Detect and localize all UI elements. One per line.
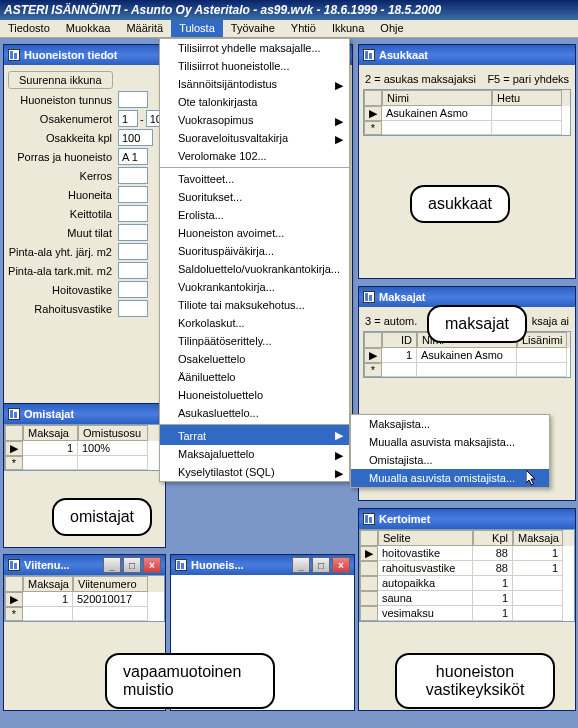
suurenna-button[interactable]: Suurenna ikkuna (8, 71, 113, 89)
input-hoito[interactable] (118, 281, 148, 298)
input-keittotila[interactable] (118, 205, 148, 222)
minimize-button[interactable]: _ (103, 557, 121, 573)
menu-item[interactable]: Asukasluettelo... (160, 404, 349, 422)
menu-yhtio[interactable]: Yhtiö (283, 20, 324, 37)
legend-f5: F5 = pari yhdeks (487, 73, 569, 85)
menu-item[interactable]: Suorituspäiväkirja... (160, 242, 349, 260)
menu-item[interactable]: Suoraveloitusvaltakirja▶ (160, 129, 349, 147)
input-pay[interactable] (118, 243, 148, 260)
label-kerros: Kerros (8, 170, 118, 182)
submenu-item[interactable]: Maksajista... (351, 415, 549, 433)
app-icon (8, 559, 20, 571)
menu-item[interactable]: Maksajaluettelo▶ (160, 445, 349, 463)
callout-muistio: vapaamuotoinen muistio (105, 653, 275, 709)
minimize-button[interactable]: _ (292, 557, 310, 573)
label-huoneita: Huoneita (8, 189, 118, 201)
callout-maksajat: maksajat (427, 305, 527, 343)
app-icon (363, 513, 375, 525)
callout-asukkaat: asukkaat (410, 185, 510, 223)
menu-ikkuna[interactable]: Ikkuna (324, 20, 372, 37)
maximize-button[interactable]: □ (123, 557, 141, 573)
app-titlebar: ASTERI ISÄNNÖINTI - Asunto Oy Asteritalo… (0, 0, 578, 20)
app-icon (175, 559, 187, 571)
grid-viitenu[interactable]: MaksajaViitenumero ▶1520010017 * (4, 575, 165, 622)
mdi-area: Huoneiston tiedot Suurenna ikkuna Huonei… (0, 38, 578, 728)
label-kpl: Osakkeita kpl (8, 132, 118, 144)
label-osake: Osakenumerot (8, 113, 118, 125)
label-pat: Pinta-ala tark.mit. m2 (8, 265, 118, 277)
menu-item[interactable]: Tarrat▶ (160, 424, 349, 445)
legend-right: ksaja ai (532, 315, 569, 327)
input-kpl[interactable] (118, 129, 153, 146)
menu-item[interactable]: Vuokrankantokirja... (160, 278, 349, 296)
menu-item[interactable]: Tilisiirrot yhdelle maksajalle... (160, 39, 349, 57)
input-osake-from[interactable] (118, 110, 138, 127)
input-rahoitus[interactable] (118, 300, 148, 317)
menu-item[interactable]: Tiliote tai maksukehotus... (160, 296, 349, 314)
close-button[interactable]: × (143, 557, 161, 573)
menu-tiedosto[interactable]: Tiedosto (0, 20, 58, 37)
grid-omistajat[interactable]: MaksajaOmistusosu ▶1100% * (4, 424, 165, 471)
grid-asukkaat[interactable]: NimiHetu ▶Asukainen Asmo * (363, 89, 571, 136)
menu-item[interactable]: Ote talonkirjasta (160, 93, 349, 111)
maximize-button[interactable]: □ (312, 557, 330, 573)
label-porras: Porras ja huoneisto (8, 151, 118, 163)
input-porras[interactable] (118, 148, 148, 165)
app-icon (363, 291, 375, 303)
label-keittotila: Keittotila (8, 208, 118, 220)
menu-item[interactable]: Suoritukset... (160, 188, 349, 206)
window-title: Maksajat (379, 291, 571, 303)
callout-vastike: huoneiston vastikeyksiköt (395, 653, 555, 709)
dropdown-tulosta: Tilisiirrot yhdelle maksajalle...Tilisii… (159, 38, 350, 482)
window-title: Viitenu... (24, 559, 103, 571)
menu-item[interactable]: Isännöitsijäntodistus▶ (160, 75, 349, 93)
window-title: Kertoimet (379, 513, 571, 525)
input-muut[interactable] (118, 224, 148, 241)
submenu-tarrat: Maksajista...Muualla asuvista maksajista… (350, 414, 550, 488)
menu-item[interactable]: Huoneiston avoimet... (160, 224, 349, 242)
menu-item[interactable]: Saldoluettelo/vuokrankantokirja... (160, 260, 349, 278)
close-button[interactable]: × (332, 557, 350, 573)
label-tunnus: Huoneiston tunnus (8, 94, 118, 106)
menu-item[interactable]: Huoneistoluettelo (160, 386, 349, 404)
input-kerros[interactable] (118, 167, 148, 184)
submenu-item[interactable]: Muualla asuvista maksajista... (351, 433, 549, 451)
menu-tyovaihe[interactable]: Työvaihe (223, 20, 283, 37)
label-hoito: Hoitovastike (8, 284, 118, 296)
menu-item[interactable]: Tilisiirrot huoneistolle... (160, 57, 349, 75)
label-pay: Pinta-ala yht. järj. m2 (8, 246, 118, 258)
window-title: Asukkaat (379, 49, 571, 61)
callout-omistajat: omistajat (52, 498, 152, 536)
input-pat[interactable] (118, 262, 148, 279)
menubar: Tiedosto Muokkaa Määritä Tulosta Työvaih… (0, 20, 578, 38)
menu-muokkaa[interactable]: Muokkaa (58, 20, 119, 37)
app-icon (363, 49, 375, 61)
window-title: Huoneis... (191, 559, 292, 571)
menu-ohje[interactable]: Ohje (372, 20, 411, 37)
menu-item[interactable]: Kyselytilastot (SQL)▶ (160, 463, 349, 481)
app-icon (8, 408, 20, 420)
input-tunnus[interactable] (118, 91, 148, 108)
submenu-item[interactable]: Muualla asuvista omistajista... (351, 469, 549, 487)
menu-item[interactable]: Erolista... (160, 206, 349, 224)
menu-item[interactable]: Tavoitteet... (160, 167, 349, 188)
grid-kertoimet[interactable]: SeliteKplMaksaja ▶hoitovastike881 rahoit… (359, 529, 575, 622)
menu-item[interactable]: Verolomake 102... (160, 147, 349, 165)
menu-item[interactable]: Tilinpäätöserittely... (160, 332, 349, 350)
menu-tulosta[interactable]: Tulosta (171, 20, 223, 37)
menu-item[interactable]: Vuokrasopimus▶ (160, 111, 349, 129)
label-muut: Muut tilat (8, 227, 118, 239)
app-icon (8, 49, 20, 61)
menu-item[interactable]: Osakeluettelo (160, 350, 349, 368)
submenu-item[interactable]: Omistajista... (351, 451, 549, 469)
input-huoneita[interactable] (118, 186, 148, 203)
menu-item[interactable]: Korkolaskut... (160, 314, 349, 332)
window-title: Omistajat (24, 408, 161, 420)
menu-maarita[interactable]: Määritä (118, 20, 171, 37)
window-asukkaat: Asukkaat 2 = asukas maksajaksi F5 = pari… (358, 44, 576, 279)
menu-item[interactable]: Ääniluettelo (160, 368, 349, 386)
legend-two: 2 = asukas maksajaksi (365, 73, 476, 85)
legend-three: 3 = autom. (365, 315, 417, 327)
label-rahoitus: Rahoitusvastike (8, 303, 118, 315)
mouse-cursor (526, 470, 538, 488)
